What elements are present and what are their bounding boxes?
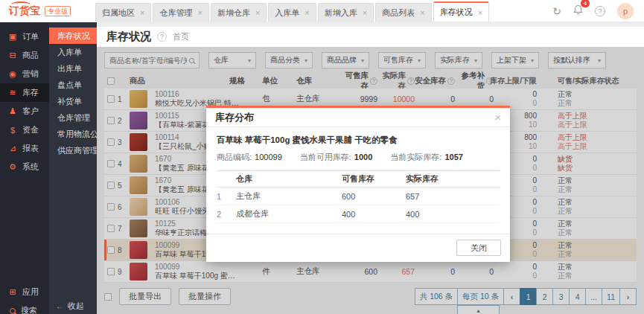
help-icon[interactable]: ? (595, 6, 605, 16)
sidebar-item-products[interactable]: ⊟商品 (0, 46, 49, 65)
filter-sort-order[interactable]: 按默认排序▾ (548, 52, 606, 68)
filter-category[interactable]: 商品分类▾ (265, 52, 313, 68)
tab-close-icon[interactable]: × (255, 8, 260, 17)
page-button-4[interactable]: 4 (569, 288, 586, 305)
sidebar-item-search[interactable]: 搜索 (0, 301, 49, 314)
next-page-button[interactable]: › (619, 288, 637, 305)
modal-close-button[interactable]: 关闭 (456, 240, 501, 256)
tab-region[interactable]: 归属地区× (95, 3, 151, 22)
filter-sellable-stock[interactable]: 可售库存▾ (378, 52, 426, 68)
sidebar-item-apps[interactable]: ⊞应用 (0, 283, 49, 301)
status-badge: 正常正常 (547, 198, 637, 216)
row-checkbox[interactable] (107, 225, 115, 232)
sidebar-item-inventory[interactable]: ≋库存 (0, 83, 49, 102)
actual-stock-link[interactable]: 657 (377, 267, 415, 276)
tab-bar: 归属地区× 仓库管理× 新增仓库× 入库单× 新增入库× 商品列表× 库存状况× (95, 0, 491, 22)
table-row[interactable]: 9 100099百草味 草莓干100g 蜜… 件 主仓库 600 657 0 0… (104, 261, 637, 283)
sidebar-item-system[interactable]: ⚙系统 (0, 158, 49, 176)
user-avatar[interactable]: p (617, 3, 634, 19)
page-button-11[interactable]: 11 (602, 288, 620, 305)
batch-action-button[interactable]: 批量操作 (179, 288, 231, 305)
row-checkbox[interactable] (107, 117, 115, 124)
footer-select-all-checkbox[interactable] (104, 293, 112, 301)
actual-stock-link[interactable]: 10000 (377, 94, 415, 103)
sidebar-item-customers[interactable]: ♟客户 (0, 102, 49, 121)
batch-export-button[interactable]: 批量导出 (119, 288, 171, 305)
help-icon[interactable]: ? (447, 77, 455, 85)
per-page-popup[interactable]: ▲ (457, 305, 500, 314)
tab-inventory-status[interactable]: 库存状况× (433, 1, 489, 22)
help-icon[interactable]: ? (370, 77, 377, 85)
tab-close-icon[interactable]: × (305, 8, 309, 17)
search-input[interactable] (109, 57, 187, 65)
caret-up-icon: ▲ (476, 308, 481, 313)
row-checkbox[interactable] (107, 246, 115, 254)
product-thumbnail (130, 198, 147, 216)
sidebar-secondary: 库存状况 入库单 出库单 盘点单 补货单 仓库管理 常用物流公 供应商管理 ←收… (49, 22, 97, 314)
row-checkbox[interactable] (107, 182, 115, 189)
filter-warehouse[interactable]: 仓库▾ (208, 52, 256, 68)
tab-new-inbound[interactable]: 新增入库× (318, 3, 374, 22)
tab-close-icon[interactable]: × (420, 8, 424, 17)
submenu-item-stocktaking[interactable]: 盘点单 (49, 77, 97, 93)
submenu-item-inventory-status[interactable]: 库存状况 (49, 28, 97, 44)
page-help-icon[interactable]: ? (157, 32, 167, 42)
edition-badge: 专业版 (45, 6, 71, 16)
row-checkbox[interactable] (107, 268, 115, 275)
page-button-1[interactable]: 1 (520, 288, 537, 305)
page-button-3[interactable]: 3 (552, 288, 570, 305)
chevron-down-icon: ▾ (305, 57, 307, 64)
tab-inbound-order[interactable]: 入库单× (268, 3, 316, 22)
row-checkbox[interactable] (107, 160, 115, 167)
tab-close-icon[interactable]: × (197, 8, 202, 17)
tab-close-icon[interactable]: × (363, 8, 367, 17)
filter-shelf-status[interactable]: 上架下架▾ (491, 52, 539, 68)
products-icon: ⊟ (8, 51, 17, 60)
submenu-item-replenishment[interactable]: 补货单 (49, 93, 97, 109)
refresh-icon[interactable]: ↻ (552, 6, 561, 16)
row-checkbox[interactable] (107, 95, 115, 103)
funds-icon: $ (8, 126, 17, 135)
tab-close-icon[interactable]: × (478, 8, 482, 17)
search-icon[interactable] (189, 58, 194, 63)
help-icon[interactable]: ? (407, 77, 415, 85)
sidebar-collapse-button[interactable]: ←收起 (49, 298, 97, 314)
tab-warehouse-mgmt[interactable]: 仓库管理× (153, 3, 208, 22)
home-breadcrumb-link[interactable]: 首页 (173, 31, 189, 42)
submenu-item-outbound-orders[interactable]: 出库单 (49, 60, 97, 77)
chevron-down-icon: ▾ (248, 57, 251, 64)
status-badge: 正常正常 (547, 220, 637, 237)
product-thumbnail (130, 263, 147, 281)
table-footer: 批量导出 批量操作 共 106 条 每页 10 条▲ ‹ 1 2 3 4 ...… (104, 288, 637, 305)
notifications-button[interactable]: 4 (573, 4, 583, 17)
modal-title: 库存分布 (215, 111, 254, 124)
row-checkbox[interactable] (107, 138, 115, 146)
topbar-actions: ↻ 4 ? p (552, 3, 644, 19)
pagination: 共 106 条 每页 10 条▲ ‹ 1 2 3 4 ... 11 › (415, 288, 637, 305)
sidebar-item-marketing[interactable]: ◉营销 (0, 65, 49, 83)
sidebar-primary: ▣订单 ⊟商品 ◉营销 ≋库存 ♟客户 $资金 ⊿报表 ⚙系统 ⊞应用 搜索 (0, 22, 49, 314)
sidebar-item-orders[interactable]: ▣订单 (0, 28, 49, 46)
select-all-checkbox[interactable] (107, 77, 115, 85)
page-button-2[interactable]: 2 (536, 288, 553, 305)
sidebar-item-funds[interactable]: $资金 (0, 121, 49, 139)
prev-page-button[interactable]: ‹ (503, 288, 520, 305)
submenu-item-logistics[interactable]: 常用物流公 (49, 126, 97, 142)
filter-brand[interactable]: 商品品牌▾ (322, 52, 369, 68)
close-icon[interactable]: × (494, 112, 501, 123)
submenu-item-inbound-orders[interactable]: 入库单 (49, 44, 97, 60)
submenu-item-warehouse-mgmt[interactable]: 仓库管理 (49, 109, 97, 126)
page-title: 库存状况 (106, 30, 151, 44)
filter-actual-stock[interactable]: 实际库存▾ (435, 52, 482, 68)
notification-count-badge: 4 (581, 0, 590, 7)
product-thumbnail (130, 241, 147, 259)
submenu-item-suppliers[interactable]: 供应商管理 (49, 142, 97, 158)
product-thumbnail (130, 220, 147, 237)
modal-table-row: 1 主仓库 600 657 (217, 188, 500, 205)
tab-close-icon[interactable]: × (140, 8, 144, 17)
tab-new-warehouse[interactable]: 新增仓库× (211, 3, 267, 22)
per-page-select[interactable]: 每页 10 条▲ (457, 288, 504, 305)
tab-product-list[interactable]: 商品列表× (375, 3, 431, 22)
sidebar-item-reports[interactable]: ⊿报表 (0, 139, 49, 158)
row-checkbox[interactable] (107, 203, 115, 211)
